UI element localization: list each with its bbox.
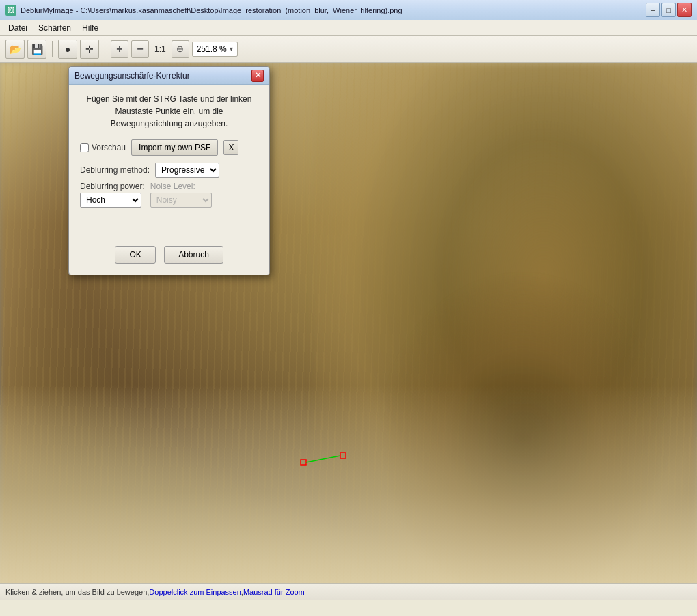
deblurring-method-label: Deblurring method: xyxy=(80,165,150,175)
noise-col: Noise Level: Noisy Normal Clean xyxy=(150,182,212,208)
zoom-out-button[interactable]: − xyxy=(131,40,149,58)
main-canvas-area[interactable]: Bewegungsunschärfe-Korrektur ✕ Fügen Sie… xyxy=(0,63,697,600)
crosshair-icon: ✛ xyxy=(85,44,94,55)
zoom-display[interactable]: 251.8 % ▾ xyxy=(192,42,238,57)
deblurring-method-select[interactable]: Progressive Standard xyxy=(155,163,219,178)
deblurring-power-label: Deblurring power: xyxy=(80,182,145,191)
import-psf-button[interactable]: Import my own PSF xyxy=(131,139,218,156)
title-controls: − □ ✕ xyxy=(646,3,692,17)
deblurring-method-row: Deblurring method: Progressive Standard xyxy=(80,163,258,178)
cancel-button[interactable]: Abbruch xyxy=(164,246,223,264)
canvas-motion-arrow xyxy=(301,451,355,473)
minimize-button[interactable]: − xyxy=(646,3,660,17)
zoom-fit-label: 1:1 xyxy=(152,44,169,54)
open-button[interactable]: 📂 xyxy=(5,40,25,59)
status-bar: Klicken & ziehen, um das Bild zu bewegen… xyxy=(0,583,697,600)
preview-import-row: Vorschau Import my own PSF X xyxy=(80,139,258,156)
maximize-button[interactable]: □ xyxy=(661,3,676,17)
open-icon: 📂 xyxy=(10,44,21,55)
motion-blur-dialog: Bewegungsunschärfe-Korrektur ✕ Fügen Sie… xyxy=(68,66,270,275)
floor-gradient xyxy=(0,385,697,600)
preview-checkbox[interactable] xyxy=(80,143,89,152)
zoom-percent-value: 251.8 % xyxy=(197,44,227,54)
svg-line-2 xyxy=(306,456,340,462)
dialog-title: Bewegungsunschärfe-Korrektur xyxy=(74,71,190,81)
status-text-normal: Klicken & ziehen, um das Bild zu bewegen… xyxy=(5,588,149,596)
crosshair-tool-button[interactable]: ✛ xyxy=(80,40,99,59)
svg-rect-1 xyxy=(340,453,346,458)
dialog-instruction: Fügen Sie mit der STRG Taste und der lin… xyxy=(80,93,258,130)
toolbar-separator-1 xyxy=(52,41,53,57)
zoom-out-icon: − xyxy=(137,43,143,55)
save-button[interactable]: 💾 xyxy=(27,40,46,59)
window-title: DeblurMyImage - C:\Users\markus.kasanmas… xyxy=(20,6,402,14)
power-col: Deblurring power: Hoch Mittel Niedrig xyxy=(80,182,145,208)
toolbar: 📂 💾 ● ✛ + − 1:1 ⊕ 251.8 % ▾ xyxy=(0,36,697,63)
preview-label-text: Vorschau xyxy=(92,143,126,152)
zoom-fit-button[interactable]: ⊕ xyxy=(172,40,189,58)
zoom-dropdown-icon[interactable]: ▾ xyxy=(230,45,233,53)
menu-datei[interactable]: Datei xyxy=(3,22,33,34)
window-close-button[interactable]: ✕ xyxy=(677,3,692,17)
dialog-body: Fügen Sie mit der STRG Taste und der lin… xyxy=(69,85,269,275)
svg-rect-0 xyxy=(301,460,306,465)
menu-hilfe[interactable]: Hilfe xyxy=(77,22,104,34)
menu-schaerfen[interactable]: Schärfen xyxy=(33,22,77,34)
circle-icon: ● xyxy=(65,44,70,55)
preview-checkbox-label[interactable]: Vorschau xyxy=(80,143,126,152)
title-bar-left: 🖼 DeblurMyImage - C:\Users\markus.kasanm… xyxy=(5,5,402,16)
deblurring-power-select[interactable]: Hoch Mittel Niedrig xyxy=(80,193,141,208)
menu-bar: Datei Schärfen Hilfe xyxy=(0,20,697,36)
dialog-buttons: OK Abbruch xyxy=(80,246,258,264)
zoom-in-icon: + xyxy=(116,43,122,55)
status-text-highlight-2: Mausrad für Zoom xyxy=(243,588,305,596)
power-noise-row: Deblurring power: Hoch Mittel Niedrig No… xyxy=(80,182,258,208)
status-text-highlight-1: Doppelclick zum Einpassen xyxy=(149,588,241,596)
zoom-in-button[interactable]: + xyxy=(111,40,128,58)
circle-tool-button[interactable]: ● xyxy=(58,40,77,59)
dialog-spacer xyxy=(80,219,258,239)
noise-level-select[interactable]: Noisy Normal Clean xyxy=(150,193,212,208)
arrow-svg xyxy=(301,451,355,471)
dialog-titlebar: Bewegungsunschärfe-Korrektur ✕ xyxy=(69,67,269,85)
dialog-close-button[interactable]: ✕ xyxy=(251,70,264,82)
save-icon: 💾 xyxy=(31,44,43,55)
ok-button[interactable]: OK xyxy=(115,246,156,264)
toolbar-separator-2 xyxy=(105,41,105,57)
noise-level-label: Noise Level: xyxy=(150,182,212,191)
title-bar: 🖼 DeblurMyImage - C:\Users\markus.kasanm… xyxy=(0,0,697,20)
x-clear-button[interactable]: X xyxy=(223,140,238,155)
app-icon: 🖼 xyxy=(5,5,16,16)
zoom-fit-icon: ⊕ xyxy=(176,44,184,54)
